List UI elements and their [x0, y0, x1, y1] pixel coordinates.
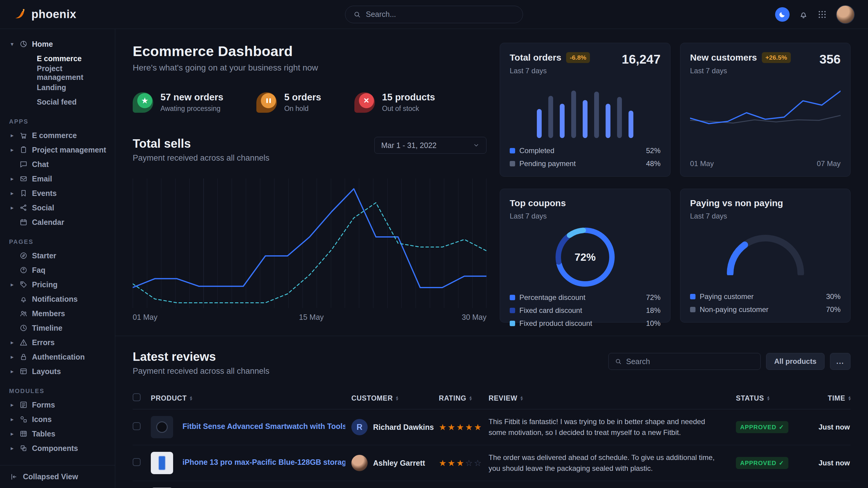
sidebar-item-home[interactable]: ▾ Home: [9, 37, 109, 51]
sidebar-item-starter[interactable]: Starter: [9, 248, 109, 263]
legend-value: 10%: [646, 319, 660, 328]
customer-cell: R Richard Dawkins: [351, 419, 439, 435]
row-checkbox[interactable]: [133, 422, 141, 430]
star-blob-icon: ★: [133, 92, 153, 113]
new-customers-card: New customers +26.5% Last 7 days 356 01 …: [680, 43, 850, 176]
caret-right-icon: ▸: [9, 431, 15, 437]
column-header-customer[interactable]: CUSTOMER: [351, 394, 393, 402]
sidebar-item-members[interactable]: Members: [9, 306, 109, 321]
row-checkbox[interactable]: [133, 458, 141, 466]
sidebar-item-email[interactable]: ▸Email: [9, 171, 109, 186]
total-orders-bar-chart: [510, 85, 660, 138]
legend-value: 52%: [646, 147, 660, 155]
status-label: APPROVED: [740, 424, 776, 431]
sidebar-item-layouts[interactable]: ▸Layouts: [9, 364, 109, 379]
more-options-button[interactable]: ...: [830, 353, 850, 370]
sidebar-item-chat[interactable]: Chat: [9, 157, 109, 171]
sidebar-item-pricing[interactable]: ▸Pricing: [9, 277, 109, 292]
legend-item: Pending payment 48%: [510, 159, 660, 168]
table-row: Fitbit Sense Advanced Smartwatch with To…: [133, 409, 850, 445]
legend-swatch: [510, 321, 515, 326]
sidebar-nav: ▾ Home E commerceProject managementLandi…: [0, 29, 115, 465]
sidebar-item-social[interactable]: ▸Social: [9, 200, 109, 215]
review-text: This Fitbit is fantastic! I was trying t…: [489, 416, 736, 438]
collapse-sidebar-button[interactable]: Collapsed View: [0, 465, 115, 488]
sort-icon[interactable]: ▴▾: [767, 396, 769, 400]
share-icon: [19, 203, 28, 212]
caret-right-icon: ▸: [9, 339, 15, 346]
legend-value: 72%: [646, 293, 660, 302]
column-header-status[interactable]: STATUS: [736, 394, 764, 402]
column-header-product[interactable]: PRODUCT: [151, 394, 187, 402]
date-range-select[interactable]: Mar 1 - 31, 2022: [374, 137, 487, 154]
pie-chart-icon: [19, 40, 28, 48]
all-products-button[interactable]: All products: [766, 353, 825, 370]
sidebar-item-timeline[interactable]: Timeline: [9, 321, 109, 335]
reviews-title: Latest reviews: [133, 350, 269, 363]
sidebar-item-calendar[interactable]: Calendar: [9, 215, 109, 229]
total-sells-title: Total sells: [133, 137, 269, 151]
legend-swatch: [510, 148, 515, 154]
layout-icon: [19, 367, 28, 376]
sidebar-item-components[interactable]: ▸Components: [9, 441, 109, 455]
date-range-value: Mar 1 - 31, 2022: [381, 141, 436, 150]
user-avatar[interactable]: [836, 5, 855, 24]
product-link[interactable]: Fitbit Sense Advanced Smartwatch with To…: [183, 422, 345, 431]
product-link[interactable]: iPhone 13 pro max-Pacific Blue-128GB sto…: [183, 458, 345, 466]
reviews-search-input[interactable]: Search: [608, 353, 761, 370]
sidebar-subitem-e-commerce[interactable]: E commerce: [9, 51, 109, 66]
sort-icon[interactable]: ▴▾: [396, 396, 398, 400]
stat-caption: On hold: [284, 105, 321, 113]
legend-item: Non-paying customer 70%: [690, 305, 841, 314]
sidebar-item-icons[interactable]: ▸Icons: [9, 412, 109, 426]
legend-value: 70%: [826, 305, 841, 314]
question-icon: [19, 266, 28, 274]
sidebar-item-events[interactable]: ▸Events: [9, 186, 109, 200]
sidebar: ▾ Home E commerceProject managementLandi…: [0, 29, 115, 488]
column-header-rating[interactable]: RATING: [439, 394, 466, 402]
sidebar-item-label: Components: [32, 444, 78, 453]
apps-grid-button[interactable]: [817, 10, 827, 19]
stat-value: 57 new orders: [160, 92, 223, 103]
moon-icon: [778, 10, 786, 19]
sidebar-item-label: Project management: [32, 145, 106, 154]
sidebar-item-faq[interactable]: Faq: [9, 263, 109, 277]
sort-icon[interactable]: ▴▾: [190, 396, 192, 400]
stat-value: 15 products: [382, 92, 435, 103]
stat-caption: Awating processing: [160, 105, 223, 113]
sidebar-item-notifications[interactable]: Notifications: [9, 292, 109, 306]
column-header-time[interactable]: TIME: [828, 394, 845, 402]
customer-name: Ashley Garrett: [373, 459, 425, 467]
brand-logo[interactable]: phoenix: [13, 7, 76, 22]
column-header-review[interactable]: REVIEW: [489, 394, 518, 402]
search-icon: [615, 358, 622, 365]
sidebar-subitem-project-management[interactable]: Project management: [9, 66, 109, 80]
product-image: [151, 452, 173, 474]
caret-right-icon: ▸: [9, 282, 15, 288]
sort-icon[interactable]: ▴▾: [469, 396, 471, 400]
caret-right-icon: ▸: [9, 368, 15, 375]
sidebar-item-project-management[interactable]: ▸Project management: [9, 142, 109, 157]
sort-icon[interactable]: ▴▾: [848, 396, 850, 400]
dashboard-left-column: Ecommerce Dashboard Here's what's going …: [133, 43, 487, 323]
legend-item: Percentage discount 72%: [510, 293, 660, 302]
sidebar-item-tables[interactable]: ▸Tables: [9, 426, 109, 441]
sidebar-item-authentication[interactable]: ▸Authentication: [9, 350, 109, 364]
select-all-checkbox[interactable]: [133, 393, 141, 401]
caret-right-icon: ▸: [9, 416, 15, 423]
sidebar-item-errors[interactable]: ▸Errors: [9, 335, 109, 350]
sidebar-item-e-commerce[interactable]: ▸E commerce: [9, 128, 109, 142]
brand-name: phoenix: [31, 8, 76, 21]
users-icon: [19, 309, 28, 318]
search-placeholder: Search...: [366, 10, 396, 19]
sidebar-item-label: Icons: [32, 415, 52, 424]
global-search-input[interactable]: Search...: [345, 6, 523, 23]
sort-icon[interactable]: ▴▾: [521, 396, 523, 400]
theme-toggle-button[interactable]: [775, 7, 789, 22]
notifications-button[interactable]: [799, 10, 808, 19]
legend-item: Fixed card discount 18%: [510, 306, 660, 315]
sidebar-item-forms[interactable]: ▸Forms: [9, 398, 109, 412]
sidebar-subitem-landing[interactable]: Landing: [9, 80, 109, 95]
legend-value: 48%: [646, 159, 660, 168]
sidebar-subitem-social-feed[interactable]: Social feed: [9, 95, 109, 109]
